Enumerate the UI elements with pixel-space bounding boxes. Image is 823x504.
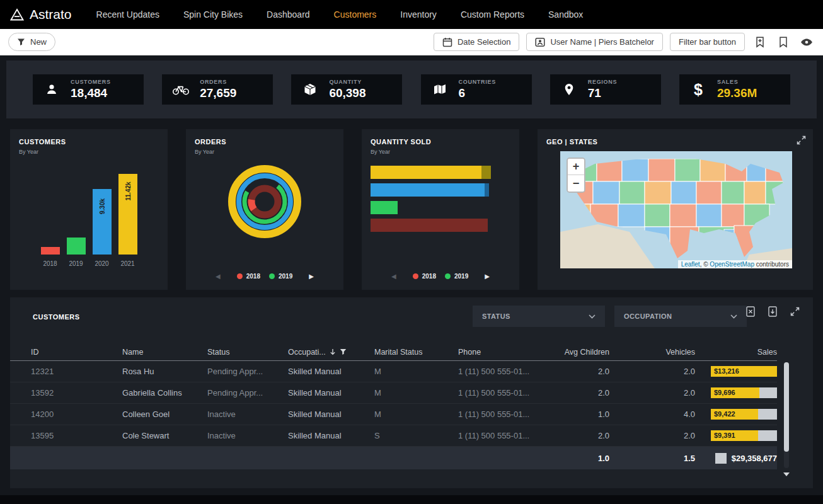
legend-next-icon[interactable]: ▶ (485, 273, 490, 280)
nav-item-custom-reports[interactable]: Custom Reports (449, 0, 536, 29)
user-badge-icon (535, 37, 545, 47)
bar-value-label: 11.42k (124, 182, 131, 201)
leaflet-link[interactable]: Leaflet (681, 261, 700, 268)
nav-item-customers[interactable]: Customers (322, 0, 389, 29)
new-button-label: New (30, 37, 47, 47)
column-header-phone[interactable]: Phone (458, 348, 553, 357)
osm-link[interactable]: OpenStreetMap (710, 261, 754, 268)
occupation-filter-select[interactable]: OCCUPATION (614, 306, 747, 327)
cell-name: Gabriella Collins (122, 388, 207, 398)
expand-icon[interactable] (797, 135, 806, 147)
cell-name: Rosa Hu (122, 367, 207, 376)
cell-marital: M (374, 388, 458, 398)
kpi-value: 71 (588, 86, 617, 100)
cell-avg-children: 2.0 (553, 367, 609, 376)
hbar-1[interactable] (371, 166, 510, 179)
date-selection-button[interactable]: Date Selection (434, 33, 520, 51)
legend-dot-2019 (445, 273, 451, 279)
table-row-3[interactable]: 14200 Colleen Goel Inactive Skilled Manu… (10, 404, 777, 425)
bookmark-add-icon[interactable] (752, 34, 768, 50)
us-states-map[interactable]: + − Leaflet, © OpenStreetMap contributor… (560, 151, 792, 268)
hbar-4[interactable] (371, 219, 510, 232)
customers-chart-panel: CUSTOMERS By Year 9.30k 11.42k 2018 2019… (10, 129, 168, 290)
status-filter-select[interactable]: STATUS (473, 306, 605, 327)
column-header-name[interactable]: Name (122, 348, 207, 357)
cell-vehicles: 2.0 (609, 388, 695, 398)
legend-item-2018[interactable]: 2018 (237, 273, 260, 280)
column-header-occupation[interactable]: Occupati... (288, 348, 374, 357)
legend-label: 2018 (246, 273, 260, 280)
legend-item-2019[interactable]: 2019 (445, 273, 468, 280)
user-button[interactable]: User Name | Piers Batchelor (526, 33, 663, 51)
legend-label: 2019 (454, 273, 468, 280)
nav-item-dashboard[interactable]: Dashboard (255, 0, 322, 29)
panel-title: QUANTITY SOLD (371, 138, 510, 146)
legend-item-2018[interactable]: 2018 (413, 273, 436, 280)
status-filter-label: STATUS (482, 312, 510, 320)
nav-item-inventory[interactable]: Inventory (388, 0, 449, 29)
table-row-1[interactable]: 12321 Rosa Hu Pending Appr... Skilled Ma… (10, 361, 777, 382)
quantity-bar-chart (371, 166, 510, 232)
bar-2018[interactable] (41, 247, 60, 255)
column-header-marital-status[interactable]: Marital Status (374, 348, 458, 357)
nav-item-recent-updates[interactable]: Recent Updates (84, 0, 171, 29)
column-header-status[interactable]: Status (207, 348, 288, 357)
kpi-sales: $ SALES29.36M (679, 74, 790, 105)
legend-item-2019[interactable]: 2019 (269, 273, 292, 280)
map-attribution: Leaflet, © OpenStreetMap contributors (678, 260, 792, 268)
column-filter-icon[interactable] (340, 348, 347, 355)
sort-descending-icon[interactable] (330, 348, 336, 355)
bar-2021[interactable]: 11.42k (118, 174, 137, 255)
bookmark-icon[interactable] (775, 34, 791, 50)
table-row-4[interactable]: 13595 Cole Stewart Inactive Skilled Manu… (10, 425, 777, 447)
chevron-down-icon (730, 314, 737, 319)
column-header-vehicles[interactable]: Vehicles (609, 348, 695, 357)
table-scrollbar[interactable] (784, 362, 789, 468)
expand-icon[interactable] (786, 303, 803, 319)
new-filter-button[interactable]: New (8, 33, 55, 51)
sales-value: $9,696 (714, 387, 735, 398)
customers-table-panel: CUSTOMERS STATUS OCCUPATION ID Name Stat… (10, 297, 813, 488)
axis-label-2019: 2019 (67, 260, 86, 267)
scroll-down-icon[interactable] (783, 472, 790, 476)
brand[interactable]: Astrato (10, 7, 72, 22)
cell-marital: M (374, 367, 458, 376)
legend-prev-icon[interactable]: ◀ (391, 273, 396, 280)
bar-2020[interactable]: 9.30k (93, 189, 112, 255)
column-header-id[interactable]: ID (31, 348, 122, 357)
column-header-sales[interactable]: Sales (695, 348, 777, 357)
kpi-orders: ORDERS27,659 (162, 74, 273, 105)
filter-bar-button[interactable]: Filter bar button (670, 33, 745, 51)
customers-table: ID Name Status Occupati... Marital Statu… (10, 343, 777, 469)
panel-title: CUSTOMERS (19, 138, 159, 146)
sales-value: $13,216 (714, 366, 739, 377)
kpi-regions: REGIONS71 (550, 74, 661, 105)
export-excel-icon[interactable] (742, 303, 759, 319)
zoom-out-button[interactable]: − (568, 175, 584, 192)
user-button-label: User Name | Piers Batchelor (550, 37, 654, 47)
cell-occupation: Skilled Manual (288, 388, 374, 398)
bar-2019[interactable] (67, 238, 86, 255)
charts-row: CUSTOMERS By Year 9.30k 11.42k 2018 2019… (10, 129, 813, 290)
legend-prev-icon[interactable]: ◀ (216, 273, 221, 280)
orders-donut-chart[interactable] (195, 163, 335, 241)
legend-next-icon[interactable]: ▶ (309, 273, 314, 280)
nav-item-spin-city-bikes[interactable]: Spin City Bikes (171, 0, 255, 29)
hbar-3[interactable] (371, 201, 510, 214)
cell-vehicles: 2.0 (609, 431, 695, 440)
hbar-2[interactable] (371, 183, 510, 197)
nav-item-sandbox[interactable]: Sandbox (536, 0, 595, 29)
export-doc-icon[interactable] (764, 303, 781, 319)
kpi-value: 27,659 (200, 86, 236, 100)
cell-sales: $13,216 (695, 366, 777, 377)
kpi-value: 18,484 (71, 86, 111, 100)
panel-title: GEO | STATES (546, 138, 804, 146)
axis-label-2018: 2018 (41, 260, 60, 267)
zoom-in-button[interactable]: + (568, 159, 584, 175)
scrollbar-thumb[interactable] (784, 362, 789, 452)
table-row-2[interactable]: 13592 Gabriella Collins Pending Appr... … (10, 382, 777, 404)
bar-value-label: 9.30k (98, 197, 105, 216)
cell-avg-children: 2.0 (553, 388, 609, 398)
eye-icon[interactable] (798, 34, 815, 50)
column-header-avg-children[interactable]: Avg Children (553, 348, 609, 357)
